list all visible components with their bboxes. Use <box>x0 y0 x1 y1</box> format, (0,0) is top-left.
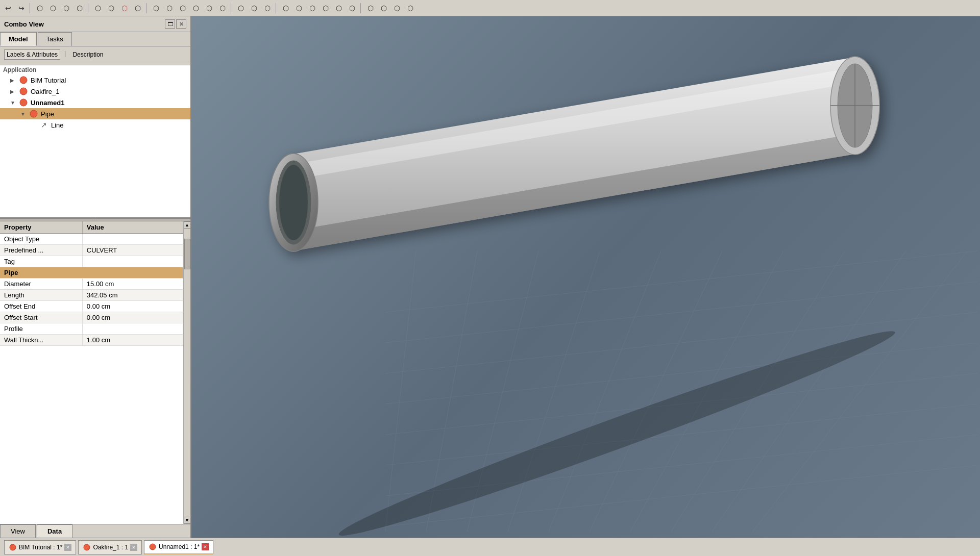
tab-tasks[interactable]: Tasks <box>38 32 72 46</box>
prop-cell-value[interactable]: 0.00 cm <box>82 301 183 312</box>
statusbar-close-unnamed1[interactable]: ✕ <box>202 543 209 550</box>
toolbar-btn-8[interactable]: ⬡ <box>132 2 144 14</box>
toolbar-btn-10[interactable]: ⬡ <box>163 2 176 14</box>
statusbar-label-unnamed1: Unnamed1 : 1* <box>159 543 200 550</box>
toolbar-btn-7[interactable]: ⬡ <box>118 2 131 14</box>
svg-point-32 <box>150 544 156 550</box>
scroll-arrow-down[interactable]: ▼ <box>184 517 191 524</box>
prop-row-offset-start[interactable]: Offset Start0.00 cm <box>0 312 183 323</box>
bottom-tabs: View Data <box>0 524 190 538</box>
toolbar-btn-1[interactable]: ⬡ <box>34 2 46 14</box>
property-scrollbar[interactable]: ▲ ▼ <box>183 221 190 524</box>
prop-cell-value[interactable]: 15.00 cm <box>82 279 183 290</box>
toolbar-btn-13[interactable]: ⬡ <box>203 2 215 14</box>
prop-row-wall-thickn[interactable]: Wall Thickn...1.00 cm <box>0 335 183 346</box>
bottom-tab-view[interactable]: View <box>0 524 36 538</box>
prop-table-body: Object TypePredefined ...CULVERTTagPipeD… <box>0 234 183 346</box>
tab-labels-attributes[interactable]: Labels & Attributes <box>4 49 60 60</box>
combo-header-buttons: 🗖 ✕ <box>165 19 186 29</box>
toolbar-btn-9[interactable]: ⬡ <box>150 2 162 14</box>
tree-arrow-unnamed1: ▼ <box>10 100 18 106</box>
bottom-tab-data[interactable]: Data <box>37 524 72 538</box>
prop-cell-value[interactable]: 0.00 cm <box>82 312 183 323</box>
prop-row-diameter[interactable]: Diameter15.00 cm <box>0 279 183 290</box>
statusbar-icon-oakfire <box>83 543 91 551</box>
svg-point-30 <box>10 544 16 550</box>
toolbar-btn-forward[interactable]: ↪ <box>15 2 28 14</box>
prop-cell-value[interactable] <box>82 323 183 335</box>
prop-cell-property: Offset Start <box>0 312 82 323</box>
toolbar-btn-2[interactable]: ⬡ <box>47 2 59 14</box>
svg-point-22 <box>333 318 900 538</box>
toolbar-btn-15[interactable]: ⬡ <box>235 2 247 14</box>
prop-cell-property: Offset End <box>0 301 82 312</box>
property-panel: Property Value Object TypePredefined ...… <box>0 221 190 538</box>
toolbar-btn-6[interactable]: ⬡ <box>105 2 117 14</box>
combo-maximize-button[interactable]: 🗖 <box>165 19 175 29</box>
prop-cell-value[interactable] <box>82 234 183 245</box>
statusbar-tab-bim-tutorial[interactable]: BIM Tutorial : 1* ✕ <box>4 540 76 554</box>
toolbar-btn-23[interactable]: ⬡ <box>346 2 358 14</box>
statusbar-tab-unnamed1[interactable]: Unnamed1 : 1* ✕ <box>144 540 213 554</box>
prop-cell-value[interactable]: 1.00 cm <box>82 335 183 346</box>
prop-row-predefined-[interactable]: Predefined ...CULVERT <box>0 245 183 256</box>
toolbar-separator-4 <box>231 3 233 13</box>
toolbar-btn-14[interactable]: ⬡ <box>216 2 229 14</box>
toolbar: ↩ ↪ ⬡ ⬡ ⬡ ⬡ ⬡ ⬡ ⬡ ⬡ ⬡ ⬡ ⬡ ⬡ ⬡ ⬡ ⬡ ⬡ ⬡ ⬡ … <box>0 0 980 16</box>
prop-row-object-type[interactable]: Object Type <box>0 234 183 245</box>
combo-close-button[interactable]: ✕ <box>176 19 186 29</box>
scroll-arrow-up[interactable]: ▲ <box>184 221 191 229</box>
combo-view-header: Combo View 🗖 ✕ <box>0 16 190 32</box>
statusbar-close-oakfire[interactable]: ✕ <box>130 544 137 551</box>
statusbar-tab-oakfire[interactable]: Oakfire_1 : 1 ✕ <box>78 540 142 554</box>
svg-point-31 <box>84 544 90 550</box>
tree-label-unnamed1: Unnamed1 <box>31 99 64 107</box>
prop-cell-value[interactable]: CULVERT <box>82 245 183 256</box>
tree-item-oakfire[interactable]: ▶ Oakfire_1 <box>0 86 190 97</box>
tree-item-unnamed1[interactable]: ▼ Unnamed1 <box>0 97 190 108</box>
toolbar-btn-16[interactable]: ⬡ <box>248 2 260 14</box>
labels-attrs-tabs: Labels & Attributes | Description <box>4 49 186 60</box>
toolbar-btn-19[interactable]: ⬡ <box>293 2 305 14</box>
toolbar-separator-2 <box>88 3 90 13</box>
labels-attrs-section: Labels & Attributes | Description <box>0 46 190 65</box>
tree-label-pipe: Pipe <box>41 110 54 118</box>
tree-item-bim-tutorial[interactable]: ▶ BIM Tutorial <box>0 74 190 86</box>
toolbar-btn-17[interactable]: ⬡ <box>261 2 274 14</box>
prop-row-offset-end[interactable]: Offset End0.00 cm <box>0 301 183 312</box>
statusbar-label-bim-tutorial: BIM Tutorial : 1* <box>19 544 62 551</box>
toolbar-btn-25[interactable]: ⬡ <box>378 2 390 14</box>
toolbar-btn-12[interactable]: ⬡ <box>190 2 202 14</box>
prop-row-tag[interactable]: Tag <box>0 256 183 267</box>
prop-row-profile[interactable]: Profile <box>0 323 183 335</box>
tree-item-line[interactable]: ▶ ↗ Line <box>0 119 190 131</box>
tree-section-application: Application <box>0 65 190 74</box>
tree-label-bim-tutorial: BIM Tutorial <box>31 77 66 84</box>
toolbar-btn-20[interactable]: ⬡ <box>306 2 318 14</box>
toolbar-btn-5[interactable]: ⬡ <box>92 2 104 14</box>
prop-row-length[interactable]: Length342.05 cm <box>0 290 183 301</box>
combo-view-title: Combo View <box>4 20 44 28</box>
toolbar-btn-back[interactable]: ↩ <box>2 2 14 14</box>
svg-line-6 <box>385 312 977 373</box>
toolbar-btn-21[interactable]: ⬡ <box>320 2 332 14</box>
tree-item-pipe[interactable]: ▼ Pipe <box>0 108 190 119</box>
svg-line-4 <box>385 251 977 312</box>
scroll-thumb[interactable] <box>184 239 190 269</box>
prop-header-value: Value <box>82 221 183 234</box>
toolbar-btn-4[interactable]: ⬡ <box>74 2 86 14</box>
toolbar-btn-27[interactable]: ⬡ <box>404 2 416 14</box>
toolbar-btn-18[interactable]: ⬡ <box>280 2 292 14</box>
toolbar-btn-11[interactable]: ⬡ <box>177 2 189 14</box>
prop-cell-value[interactable] <box>82 256 183 267</box>
toolbar-btn-3[interactable]: ⬡ <box>60 2 72 14</box>
svg-point-0 <box>20 77 27 84</box>
toolbar-separator-3 <box>146 3 148 13</box>
toolbar-btn-24[interactable]: ⬡ <box>364 2 377 14</box>
tab-description[interactable]: Description <box>70 49 106 60</box>
prop-cell-value[interactable]: 342.05 cm <box>82 290 183 301</box>
tab-model[interactable]: Model <box>0 32 37 46</box>
toolbar-btn-26[interactable]: ⬡ <box>391 2 403 14</box>
toolbar-btn-22[interactable]: ⬡ <box>333 2 345 14</box>
statusbar-close-bim-tutorial[interactable]: ✕ <box>64 544 71 551</box>
